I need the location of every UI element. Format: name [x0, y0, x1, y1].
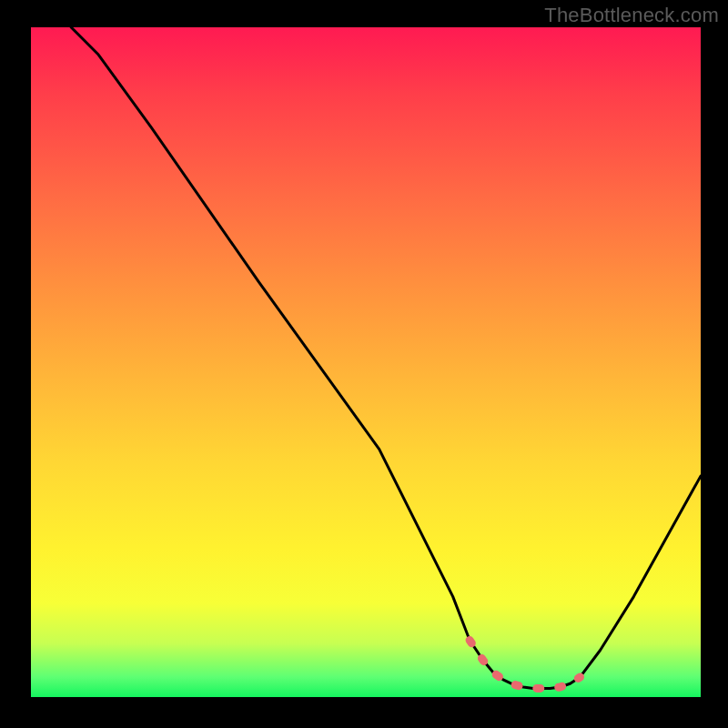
- plot-area: [31, 27, 701, 697]
- plot-svg: [31, 27, 701, 697]
- main-curve: [71, 27, 701, 688]
- highlight-segment: [470, 640, 580, 688]
- watermark-text: TheBottleneck.com: [544, 4, 719, 27]
- highlight-dots: [470, 640, 580, 688]
- curve-layer: [71, 27, 701, 688]
- chart-frame: TheBottleneck.com: [0, 0, 728, 728]
